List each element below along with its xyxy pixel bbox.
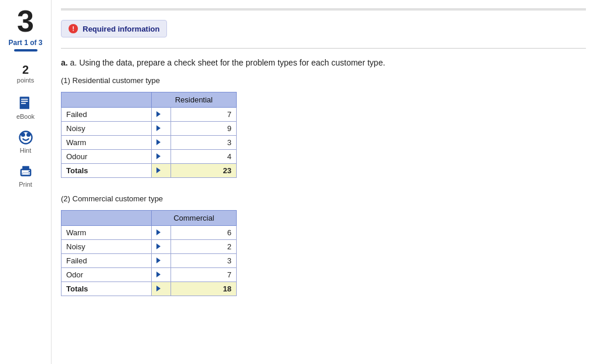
sidebar: 3 Part 1 of 3 2 points eBook Hint Print	[0, 0, 52, 364]
marker-cell	[151, 150, 171, 164]
svg-rect-2	[21, 101, 28, 102]
row-value[interactable]: 3	[171, 136, 237, 150]
svg-point-6	[26, 133, 30, 137]
table-row: Noisy 2	[62, 240, 237, 254]
marker-cell	[151, 268, 171, 282]
totals-label: Totals	[62, 282, 152, 296]
row-label: Warm	[62, 226, 152, 240]
section2-label: (2) Commercial customer type	[61, 194, 586, 203]
totals-row: Totals 23	[62, 164, 237, 178]
marker-cell	[151, 254, 171, 268]
row-value[interactable]: 4	[171, 150, 237, 164]
svg-rect-0	[20, 97, 29, 109]
totals-label: Totals	[62, 164, 152, 178]
table-row: Failed 3	[62, 254, 237, 268]
marker-cell	[151, 122, 171, 136]
svg-rect-8	[22, 166, 29, 170]
svg-point-10	[28, 171, 29, 172]
marker-cell	[151, 108, 171, 122]
row-label: Noisy	[62, 122, 152, 136]
residential-table: Residential Failed 7 Noisy 9 Warm 3 Odou…	[61, 92, 237, 178]
hint-button[interactable]: Hint	[18, 129, 34, 154]
marker-cell	[151, 226, 171, 240]
main-content: ! Required information a. a. Using the d…	[52, 0, 600, 364]
table-row: Odour 4	[62, 150, 237, 164]
table-row: Warm 3	[62, 136, 237, 150]
row-label: Noisy	[62, 240, 152, 254]
totals-row: Totals 18	[62, 282, 237, 296]
question-number: 3	[17, 6, 34, 36]
residential-header: Residential	[151, 92, 236, 108]
required-info-label: Required information	[83, 25, 159, 33]
row-value[interactable]: 9	[171, 122, 237, 136]
hint-label: Hint	[20, 147, 32, 154]
table-row: Noisy 9	[62, 122, 237, 136]
table-row: Warm 6	[62, 226, 237, 240]
required-icon: !	[69, 24, 78, 33]
svg-point-5	[21, 133, 25, 137]
row-label: Odour	[62, 150, 152, 164]
row-label: Failed	[62, 254, 152, 268]
svg-rect-3	[21, 103, 26, 104]
table-row: Failed 7	[62, 108, 237, 122]
row-value[interactable]: 7	[171, 268, 237, 282]
svg-point-4	[19, 132, 32, 144]
row-label: Warm	[62, 136, 152, 150]
row-label: Failed	[62, 108, 152, 122]
required-info-banner: ! Required information	[61, 20, 167, 37]
commercial-header-empty	[62, 211, 152, 226]
table-row: Odor 7	[62, 268, 237, 282]
divider	[61, 48, 586, 49]
marker-cell	[151, 164, 171, 178]
commercial-header: Commercial	[151, 211, 236, 226]
ebook-label: eBook	[16, 113, 35, 120]
section1-label: (1) Residential customer type	[61, 76, 586, 85]
totals-value[interactable]: 23	[171, 164, 237, 178]
commercial-table: Commercial Warm 6 Noisy 2 Failed 3 Odor …	[61, 210, 237, 296]
row-value[interactable]: 2	[171, 240, 237, 254]
points-label: points	[17, 77, 34, 84]
row-value[interactable]: 6	[171, 226, 237, 240]
row-value[interactable]: 3	[171, 254, 237, 268]
points-value: 2	[22, 63, 29, 77]
row-value[interactable]: 7	[171, 108, 237, 122]
marker-cell	[151, 240, 171, 254]
ebook-button[interactable]: eBook	[16, 95, 35, 120]
top-progress-bar	[61, 8, 586, 11]
marker-cell	[151, 136, 171, 150]
residential-header-empty	[62, 92, 152, 108]
svg-rect-1	[21, 99, 28, 100]
part-label: Part 1 of 3	[8, 39, 42, 47]
part-progress-bar	[14, 49, 38, 51]
row-label: Odor	[62, 268, 152, 282]
totals-value[interactable]: 18	[171, 282, 237, 296]
marker-cell	[151, 282, 171, 296]
svg-rect-9	[22, 173, 29, 175]
question-text: a. a. Using the data, prepare a check sh…	[61, 57, 586, 69]
print-label: Print	[19, 181, 32, 188]
print-button[interactable]: Print	[18, 163, 34, 188]
